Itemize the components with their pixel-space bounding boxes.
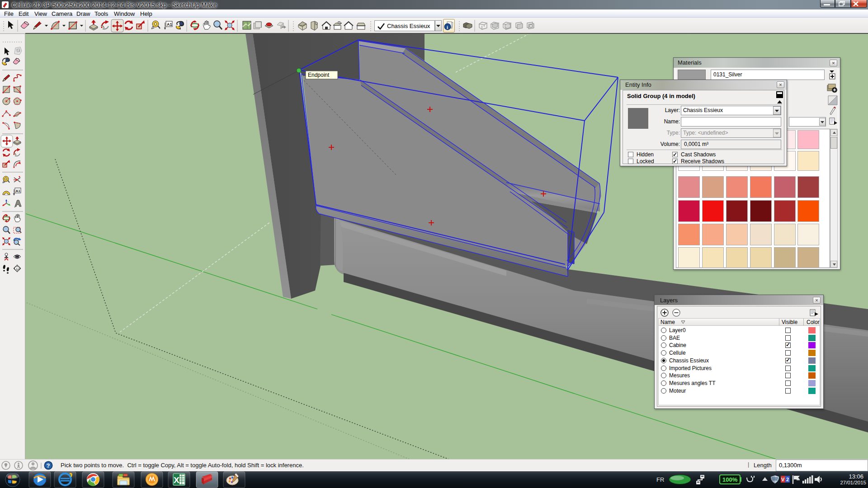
svg-text:X: X [174,475,179,485]
svg-text:V: V [781,477,785,482]
svg-text:2: 2 [786,477,789,482]
svg-text:4.0: 4.0 [16,267,19,270]
svg-text:100%: 100% [722,476,738,483]
svg-text:Endpoint: Endpoint [308,72,330,78]
svg-text:A1: A1 [16,189,21,193]
svg-text:?: ? [47,462,50,469]
